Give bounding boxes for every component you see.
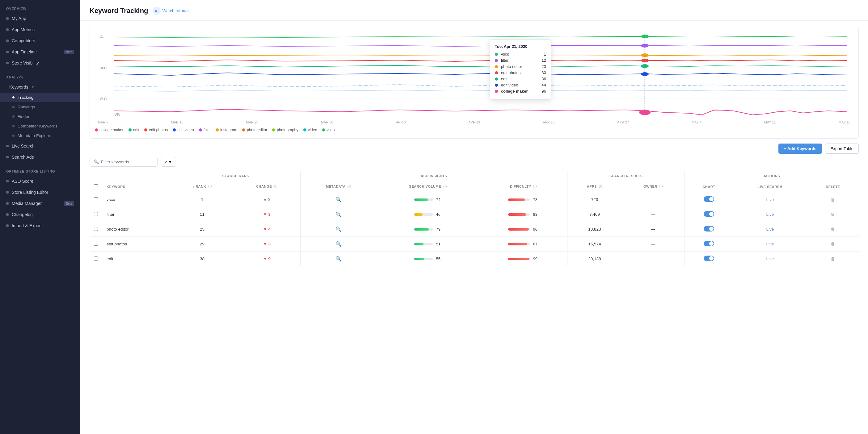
search-box[interactable]: 🔍 — [90, 157, 158, 167]
row-checkbox-cell[interactable] — [90, 207, 102, 222]
delete-cell[interactable]: 🗑 — [807, 192, 859, 207]
change-value: ▼ 3 — [263, 242, 271, 246]
sidebar-item-aso-score[interactable]: ASO Score — [0, 176, 80, 187]
sidebar-item-live-search[interactable]: Live Search — [0, 140, 80, 152]
row-checkbox-cell[interactable] — [90, 192, 102, 207]
legend-item-video[interactable]: video — [303, 128, 317, 132]
row-checkbox[interactable] — [94, 227, 98, 231]
chart-cell[interactable] — [685, 192, 733, 207]
delete-cell[interactable]: 🗑 — [807, 207, 859, 222]
metadata-cell[interactable]: 🔍 — [301, 222, 376, 237]
metadata-cell[interactable]: 🔍 — [301, 192, 376, 207]
row-checkbox[interactable] — [94, 257, 98, 261]
metadata-info-icon[interactable]: ⓘ — [347, 185, 351, 188]
chart-cell[interactable] — [685, 237, 733, 252]
legend-dot — [303, 128, 306, 132]
row-checkbox-cell[interactable] — [90, 237, 102, 252]
select-all-header[interactable] — [90, 181, 102, 192]
legend-item-vsco[interactable]: vsco — [322, 128, 335, 132]
sidebar-item-finder[interactable]: Finder — [0, 112, 80, 121]
sidebar-item-competitor-keywords[interactable]: Competitor Keywords — [0, 121, 80, 131]
row-checkbox[interactable] — [94, 212, 98, 216]
row-checkbox-cell[interactable] — [90, 252, 102, 266]
sidebar-item-my-app[interactable]: My App — [0, 13, 80, 24]
export-table-button[interactable]: Export Table — [825, 143, 859, 154]
rank-col-header: ↑ RANK ⓘ — [171, 181, 233, 192]
metadata-search-icon[interactable]: 🔍 — [336, 256, 342, 262]
change-info-icon[interactable]: ⓘ — [274, 185, 278, 188]
metadata-cell[interactable]: 🔍 — [301, 207, 376, 222]
sidebar-item-search-ads[interactable]: Search Ads — [0, 152, 80, 163]
apps-info-icon[interactable]: ⓘ — [599, 185, 602, 188]
row-checkbox-cell[interactable] — [90, 222, 102, 237]
delete-icon[interactable]: 🗑 — [831, 241, 835, 247]
live-search-link[interactable]: Live — [766, 212, 774, 217]
chart-toggle[interactable] — [704, 226, 714, 232]
live-search-cell[interactable]: Live — [733, 222, 807, 237]
sidebar-item-metadata-explorer[interactable]: Metadata Explorer — [0, 131, 80, 140]
delete-icon[interactable]: 🗑 — [831, 256, 835, 262]
chart-toggle[interactable] — [704, 211, 714, 217]
legend-item-photo-editor[interactable]: photo editor — [242, 128, 267, 132]
sidebar-item-store-listing-editor[interactable]: Store Listing Editor — [0, 187, 80, 198]
legend-item-collage-maker[interactable]: collage maker — [95, 128, 124, 132]
sidebar-item-tracking[interactable]: Tracking — [0, 93, 80, 102]
legend-item-edit[interactable]: edit — [128, 128, 139, 132]
chart-cell[interactable] — [685, 252, 733, 266]
main-content: Keyword Tracking ▶ Watch tutorial 1 40 8… — [80, 0, 868, 434]
legend-item-instagram[interactable]: instagram — [216, 128, 237, 132]
chart-cell[interactable] — [685, 222, 733, 237]
sidebar-item-competitors[interactable]: Competitors — [0, 35, 80, 46]
delete-cell[interactable]: 🗑 — [807, 252, 859, 266]
metadata-search-icon[interactable]: 🔍 — [336, 197, 342, 202]
legend-item-edit-video[interactable]: edit video — [173, 128, 194, 132]
search-volume-cell: 79 — [376, 222, 479, 237]
legend-item-photography[interactable]: photography — [272, 128, 299, 132]
watch-tutorial-link[interactable]: ▶ Watch tutorial — [153, 7, 189, 15]
sidebar-item-app-metrics[interactable]: App Metrics — [0, 24, 80, 35]
owner-info-icon[interactable]: ⓘ — [659, 185, 663, 188]
delete-cell[interactable]: 🗑 — [807, 222, 859, 237]
sidebar-item-import-export[interactable]: Import & Export — [0, 220, 80, 231]
chart-toggle[interactable] — [704, 196, 714, 202]
sidebar-item-store-visibility[interactable]: Store Visibility — [0, 58, 80, 69]
sidebar-dot — [6, 62, 9, 64]
filter-button[interactable]: ▿ ▼ — [161, 157, 176, 167]
live-search-cell[interactable]: Live — [733, 192, 807, 207]
delete-icon[interactable]: 🗑 — [831, 227, 835, 232]
metadata-cell[interactable]: 🔍 — [301, 237, 376, 252]
chart-cell[interactable] — [685, 207, 733, 222]
search-input[interactable] — [101, 160, 150, 164]
add-keywords-button[interactable]: + Add Keywords — [778, 143, 822, 154]
live-search-link[interactable]: Live — [766, 197, 774, 202]
live-search-cell[interactable]: Live — [733, 237, 807, 252]
row-checkbox[interactable] — [94, 197, 98, 201]
legend-item-filter[interactable]: filter — [199, 128, 211, 132]
live-search-link[interactable]: Live — [766, 257, 774, 261]
metadata-search-icon[interactable]: 🔍 — [336, 227, 342, 232]
chart-toggle[interactable] — [704, 241, 714, 246]
live-search-cell[interactable]: Live — [733, 252, 807, 266]
sidebar-item-keywords[interactable]: Keywords ▼ — [0, 81, 80, 93]
legend-item-edit-photos[interactable]: edit photos — [144, 128, 168, 132]
search-volume-bar-wrap: 55 — [380, 257, 475, 261]
select-all-checkbox[interactable] — [94, 184, 98, 188]
sv-info-icon[interactable]: ⓘ — [443, 185, 447, 188]
chart-toggle[interactable] — [704, 256, 714, 261]
sidebar-item-rankings[interactable]: Rankings — [0, 102, 80, 112]
metadata-cell[interactable]: 🔍 — [301, 252, 376, 266]
row-checkbox[interactable] — [94, 242, 98, 246]
live-search-cell[interactable]: Live — [733, 207, 807, 222]
delete-cell[interactable]: 🗑 — [807, 237, 859, 252]
live-search-link[interactable]: Live — [766, 227, 774, 232]
delete-icon[interactable]: 🗑 — [831, 212, 835, 217]
diff-info-icon[interactable]: ⓘ — [533, 185, 537, 188]
metadata-search-icon[interactable]: 🔍 — [336, 212, 342, 217]
sidebar-item-media-manager[interactable]: Media Manager Beta — [0, 198, 80, 209]
sidebar-item-app-timeline[interactable]: App Timeline Beta — [0, 46, 80, 58]
live-search-link[interactable]: Live — [766, 242, 774, 246]
metadata-search-icon[interactable]: 🔍 — [336, 241, 342, 247]
delete-icon[interactable]: 🗑 — [831, 197, 835, 202]
sidebar-item-changelog[interactable]: Changelog — [0, 209, 80, 220]
rank-info-icon[interactable]: ⓘ — [208, 185, 212, 188]
